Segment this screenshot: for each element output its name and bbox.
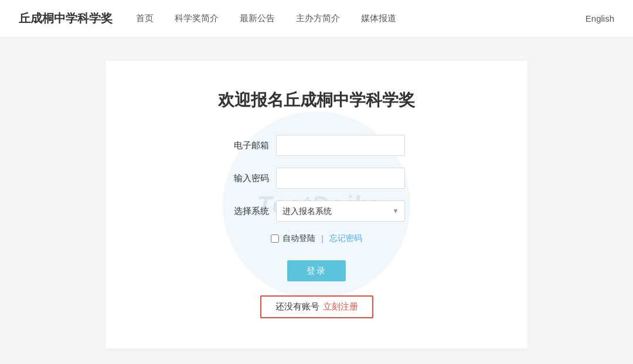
site-logo[interactable]: 丘成桐中学科学奖 — [19, 11, 113, 26]
forgot-password-link[interactable]: 忘记密码 — [329, 233, 362, 244]
login-btn-row: 登录 — [141, 260, 492, 281]
system-label: 选择系统 — [228, 206, 269, 217]
auto-login-checkbox[interactable] — [271, 234, 279, 243]
nav-home[interactable]: 首页 — [136, 13, 154, 24]
password-input[interactable] — [276, 168, 405, 189]
language-switch[interactable]: English — [586, 13, 614, 23]
main-nav: 首页 科学奖简介 最新公告 主办方简介 媒体报道 — [136, 13, 586, 24]
register-row: 还没有账号 立刻注册 — [141, 295, 492, 318]
nav-organizer[interactable]: 主办方简介 — [296, 13, 340, 24]
register-text: 还没有账号 — [275, 301, 319, 312]
register-link[interactable]: 立刻注册 — [323, 301, 358, 312]
auto-login-row: 自动登陆 | 忘记密码 — [141, 233, 492, 244]
card-title: 欢迎报名丘成桐中学科学奖 — [141, 89, 492, 111]
login-button[interactable]: 登录 — [287, 260, 346, 281]
password-row: 输入密码 — [141, 168, 492, 189]
register-box: 还没有账号 立刻注册 — [260, 295, 373, 318]
email-row: 电子邮箱 — [141, 135, 492, 156]
password-label: 输入密码 — [228, 173, 269, 184]
nav-news[interactable]: 最新公告 — [240, 13, 275, 24]
system-select[interactable]: 进入报名系统 — [276, 200, 405, 222]
main-content: TestDaily 欢迎报名丘成桐中学科学奖 电子邮箱 输入密码 选择系统 进入… — [0, 38, 633, 364]
separator: | — [321, 234, 324, 243]
login-form: 电子邮箱 输入密码 选择系统 进入报名系统 ▼ — [141, 135, 492, 318]
system-row: 选择系统 进入报名系统 ▼ — [141, 200, 492, 222]
nav-media[interactable]: 媒体报道 — [361, 13, 396, 24]
login-card: TestDaily 欢迎报名丘成桐中学科学奖 电子邮箱 输入密码 选择系统 进入… — [106, 61, 528, 349]
email-label: 电子邮箱 — [228, 140, 269, 151]
auto-login-label: 自动登陆 — [283, 233, 315, 244]
system-select-wrapper: 进入报名系统 ▼ — [276, 200, 405, 222]
email-input[interactable] — [276, 135, 405, 156]
header: 丘成桐中学科学奖 首页 科学奖简介 最新公告 主办方简介 媒体报道 Englis… — [0, 0, 633, 38]
nav-intro[interactable]: 科学奖简介 — [175, 13, 219, 24]
